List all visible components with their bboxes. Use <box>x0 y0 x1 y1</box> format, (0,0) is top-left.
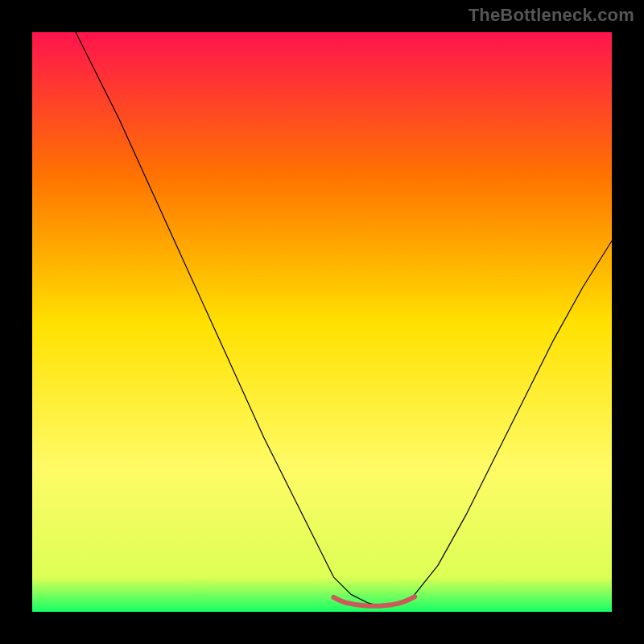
series-optimal-band <box>333 597 415 606</box>
watermark-text: TheBottleneck.com <box>469 5 634 26</box>
series-bottleneck-curve <box>32 32 612 606</box>
curve-layer <box>32 32 612 612</box>
chart-frame: TheBottleneck.com <box>0 0 644 644</box>
plot-area <box>32 32 612 612</box>
